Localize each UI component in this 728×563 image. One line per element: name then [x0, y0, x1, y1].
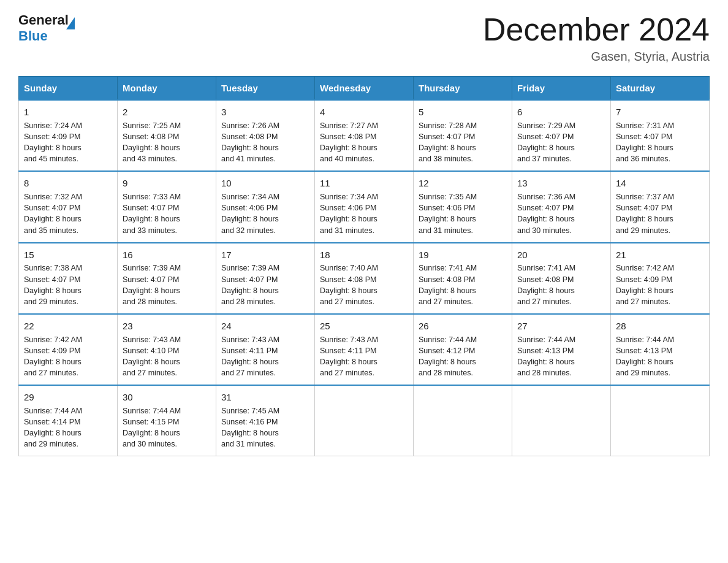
day-info: Sunrise: 7:45 AMSunset: 4:16 PMDaylight:…: [221, 405, 309, 450]
day-info: Sunrise: 7:43 AMSunset: 4:10 PMDaylight:…: [123, 334, 211, 379]
calendar-cell: 20Sunrise: 7:41 AMSunset: 4:08 PMDayligh…: [512, 243, 611, 314]
day-number: 14: [616, 177, 704, 190]
logo-triangle-icon: [66, 17, 75, 29]
day-info: Sunrise: 7:43 AMSunset: 4:11 PMDaylight:…: [221, 334, 309, 379]
day-info: Sunrise: 7:25 AMSunset: 4:08 PMDaylight:…: [123, 120, 211, 165]
day-number: 31: [221, 391, 309, 404]
col-header-saturday: Saturday: [611, 77, 710, 101]
calendar-cell: 31Sunrise: 7:45 AMSunset: 4:16 PMDayligh…: [216, 385, 315, 456]
calendar-cell: 19Sunrise: 7:41 AMSunset: 4:08 PMDayligh…: [414, 243, 512, 314]
calendar-cell: 4Sunrise: 7:27 AMSunset: 4:08 PMDaylight…: [315, 100, 414, 171]
day-info: Sunrise: 7:44 AMSunset: 4:12 PMDaylight:…: [419, 334, 507, 379]
logo: General Blue: [18, 12, 75, 44]
day-number: 11: [320, 177, 408, 190]
day-number: 21: [616, 248, 704, 262]
calendar-cell: 18Sunrise: 7:40 AMSunset: 4:08 PMDayligh…: [315, 243, 414, 314]
day-number: 19: [419, 248, 507, 262]
calendar-cell: 27Sunrise: 7:44 AMSunset: 4:13 PMDayligh…: [512, 314, 611, 385]
day-info: Sunrise: 7:39 AMSunset: 4:07 PMDaylight:…: [123, 262, 211, 307]
week-row-5: 29Sunrise: 7:44 AMSunset: 4:14 PMDayligh…: [19, 385, 710, 456]
calendar-cell: 16Sunrise: 7:39 AMSunset: 4:07 PMDayligh…: [118, 243, 216, 314]
col-header-wednesday: Wednesday: [315, 77, 414, 101]
calendar-cell: 5Sunrise: 7:28 AMSunset: 4:07 PMDaylight…: [414, 100, 512, 171]
calendar-cell: 17Sunrise: 7:39 AMSunset: 4:07 PMDayligh…: [216, 243, 315, 314]
calendar-cell: 13Sunrise: 7:36 AMSunset: 4:07 PMDayligh…: [512, 171, 611, 242]
day-info: Sunrise: 7:33 AMSunset: 4:07 PMDaylight:…: [123, 191, 211, 236]
month-title: December 2024: [483, 12, 710, 47]
day-info: Sunrise: 7:41 AMSunset: 4:08 PMDaylight:…: [517, 262, 605, 307]
day-number: 29: [24, 391, 112, 404]
calendar-table: SundayMondayTuesdayWednesdayThursdayFrid…: [18, 76, 710, 456]
calendar-cell: 14Sunrise: 7:37 AMSunset: 4:07 PMDayligh…: [611, 171, 710, 242]
day-info: Sunrise: 7:36 AMSunset: 4:07 PMDaylight:…: [517, 191, 605, 236]
day-number: 23: [123, 320, 211, 333]
day-info: Sunrise: 7:31 AMSunset: 4:07 PMDaylight:…: [616, 120, 704, 165]
day-number: 16: [123, 248, 211, 262]
calendar-cell: 26Sunrise: 7:44 AMSunset: 4:12 PMDayligh…: [414, 314, 512, 385]
day-info: Sunrise: 7:44 AMSunset: 4:15 PMDaylight:…: [123, 405, 211, 450]
page-header: General Blue December 2024 Gasen, Styria…: [18, 12, 710, 64]
day-info: Sunrise: 7:41 AMSunset: 4:08 PMDaylight:…: [419, 262, 507, 307]
calendar-cell: [512, 385, 611, 456]
day-number: 18: [320, 248, 408, 262]
calendar-cell: 3Sunrise: 7:26 AMSunset: 4:08 PMDaylight…: [216, 100, 315, 171]
calendar-cell: 15Sunrise: 7:38 AMSunset: 4:07 PMDayligh…: [19, 243, 118, 314]
day-number: 17: [221, 248, 309, 262]
calendar-cell: 2Sunrise: 7:25 AMSunset: 4:08 PMDaylight…: [118, 100, 216, 171]
calendar-cell: 21Sunrise: 7:42 AMSunset: 4:09 PMDayligh…: [611, 243, 710, 314]
day-number: 20: [517, 248, 605, 262]
calendar-cell: 11Sunrise: 7:34 AMSunset: 4:06 PMDayligh…: [315, 171, 414, 242]
day-number: 13: [517, 177, 605, 190]
calendar-cell: 12Sunrise: 7:35 AMSunset: 4:06 PMDayligh…: [414, 171, 512, 242]
calendar-cell: 22Sunrise: 7:42 AMSunset: 4:09 PMDayligh…: [19, 314, 118, 385]
day-info: Sunrise: 7:43 AMSunset: 4:11 PMDaylight:…: [320, 334, 408, 379]
day-number: 1: [24, 105, 112, 119]
day-number: 5: [419, 105, 507, 119]
day-number: 6: [517, 105, 605, 119]
col-header-friday: Friday: [512, 77, 611, 101]
calendar-cell: 28Sunrise: 7:44 AMSunset: 4:13 PMDayligh…: [611, 314, 710, 385]
day-number: 12: [419, 177, 507, 190]
day-number: 25: [320, 320, 408, 333]
day-info: Sunrise: 7:32 AMSunset: 4:07 PMDaylight:…: [24, 191, 112, 236]
calendar-cell: [611, 385, 710, 456]
day-info: Sunrise: 7:44 AMSunset: 4:13 PMDaylight:…: [517, 334, 605, 379]
calendar-cell: 30Sunrise: 7:44 AMSunset: 4:15 PMDayligh…: [118, 385, 216, 456]
day-info: Sunrise: 7:42 AMSunset: 4:09 PMDaylight:…: [616, 262, 704, 307]
col-header-sunday: Sunday: [19, 77, 118, 101]
day-info: Sunrise: 7:34 AMSunset: 4:06 PMDaylight:…: [221, 191, 309, 236]
location-subtitle: Gasen, Styria, Austria: [483, 50, 710, 64]
calendar-cell: 9Sunrise: 7:33 AMSunset: 4:07 PMDaylight…: [118, 171, 216, 242]
logo-text-general: General: [18, 12, 69, 28]
calendar-cell: 23Sunrise: 7:43 AMSunset: 4:10 PMDayligh…: [118, 314, 216, 385]
calendar-cell: 7Sunrise: 7:31 AMSunset: 4:07 PMDaylight…: [611, 100, 710, 171]
day-number: 2: [123, 105, 211, 119]
calendar-cell: 1Sunrise: 7:24 AMSunset: 4:09 PMDaylight…: [19, 100, 118, 171]
day-info: Sunrise: 7:35 AMSunset: 4:06 PMDaylight:…: [419, 191, 507, 236]
day-info: Sunrise: 7:37 AMSunset: 4:07 PMDaylight:…: [616, 191, 704, 236]
day-number: 27: [517, 320, 605, 333]
col-header-thursday: Thursday: [414, 77, 512, 101]
day-number: 8: [24, 177, 112, 190]
day-number: 22: [24, 320, 112, 333]
col-header-tuesday: Tuesday: [216, 77, 315, 101]
day-number: 10: [221, 177, 309, 190]
calendar-cell: 24Sunrise: 7:43 AMSunset: 4:11 PMDayligh…: [216, 314, 315, 385]
day-info: Sunrise: 7:24 AMSunset: 4:09 PMDaylight:…: [24, 120, 112, 165]
day-info: Sunrise: 7:39 AMSunset: 4:07 PMDaylight:…: [221, 262, 309, 307]
week-row-2: 8Sunrise: 7:32 AMSunset: 4:07 PMDaylight…: [19, 171, 710, 242]
day-number: 9: [123, 177, 211, 190]
col-header-monday: Monday: [118, 77, 216, 101]
title-section: December 2024 Gasen, Styria, Austria: [483, 12, 710, 64]
day-info: Sunrise: 7:28 AMSunset: 4:07 PMDaylight:…: [419, 120, 507, 165]
day-number: 26: [419, 320, 507, 333]
day-info: Sunrise: 7:40 AMSunset: 4:08 PMDaylight:…: [320, 262, 408, 307]
day-number: 15: [24, 248, 112, 262]
day-info: Sunrise: 7:38 AMSunset: 4:07 PMDaylight:…: [24, 262, 112, 307]
day-info: Sunrise: 7:44 AMSunset: 4:13 PMDaylight:…: [616, 334, 704, 379]
day-info: Sunrise: 7:26 AMSunset: 4:08 PMDaylight:…: [221, 120, 309, 165]
day-info: Sunrise: 7:34 AMSunset: 4:06 PMDaylight:…: [320, 191, 408, 236]
day-number: 7: [616, 105, 704, 119]
day-number: 3: [221, 105, 309, 119]
calendar-cell: 25Sunrise: 7:43 AMSunset: 4:11 PMDayligh…: [315, 314, 414, 385]
